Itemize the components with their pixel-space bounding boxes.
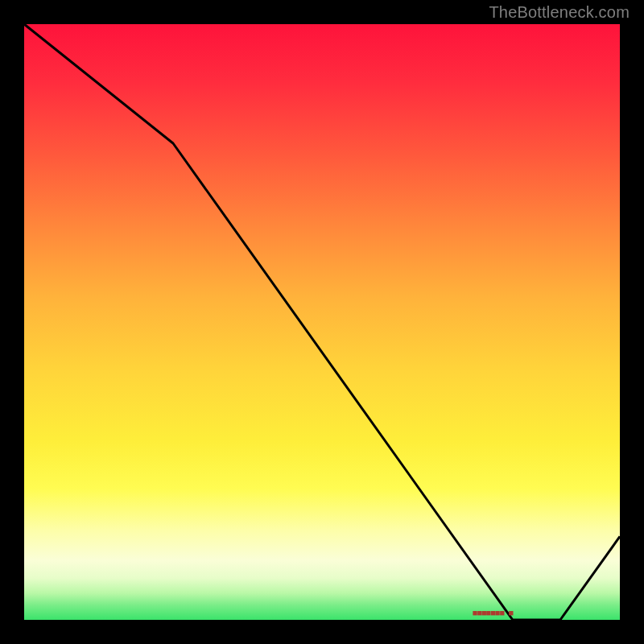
annotation-label: ■■■■■■■ ■ — [473, 609, 513, 618]
watermark-text: TheBottleneck.com — [489, 3, 630, 22]
chart-container: TheBottleneck.com ■■■■■■■ ■ — [0, 0, 644, 644]
series-path — [24, 24, 620, 620]
line-series — [24, 24, 620, 620]
plot-area: ■■■■■■■ ■ — [24, 24, 620, 620]
